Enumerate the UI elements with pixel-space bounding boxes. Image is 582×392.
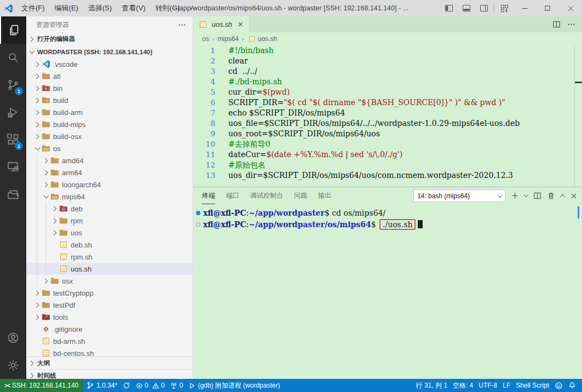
tree-item-build[interactable]: build	[26, 94, 193, 106]
toggle-secondary-sidebar-icon[interactable]	[475, 0, 493, 16]
tree-item-testCryptopp[interactable]: testCryptopp	[26, 287, 193, 299]
tree-item-deb.sh[interactable]: deb.sh	[26, 239, 193, 251]
status-debug-session[interactable]: (gdb) 附加进程 (wordpaster)	[186, 379, 283, 392]
tree-item-os[interactable]: os	[26, 142, 193, 154]
tree-item-.gitignore[interactable]: .gitignore	[26, 323, 193, 335]
remote-indicator[interactable]: >< SSH: 192.168.141.140	[0, 379, 84, 392]
chevron-right-icon	[33, 62, 42, 66]
toggle-primary-sidebar-icon[interactable]	[440, 0, 458, 16]
folder-icon	[50, 276, 60, 285]
tree-item-.vscode[interactable]: .vscode	[26, 58, 193, 70]
branch-icon	[87, 382, 94, 389]
minimize-button[interactable]	[513, 0, 536, 16]
status-cursor-position[interactable]: 行 31, 列 1	[413, 379, 450, 392]
tree-item-atl[interactable]: atl	[26, 70, 193, 82]
status-language-mode[interactable]: Shell Script	[513, 379, 552, 392]
tree-item-tools[interactable]: tools	[26, 311, 193, 323]
tree-item-uos.sh[interactable]: uos.sh	[26, 263, 193, 275]
activity-source-control[interactable]: 1	[0, 71, 26, 99]
status-indentation[interactable]: 空格: 4	[450, 379, 476, 392]
activity-settings[interactable]	[0, 351, 26, 379]
code-line-8: 8uos_file=$SCRIPT_DIR/os/mips64/../../wo…	[193, 118, 582, 129]
activity-extensions[interactable]: 1	[0, 126, 26, 153]
editor-scrollbar[interactable]	[574, 45, 582, 187]
command-decoration-outline[interactable]	[193, 222, 203, 227]
status-problems[interactable]: 00	[133, 379, 167, 392]
panel-tab-调试控制台[interactable]: 调试控制台	[250, 188, 283, 204]
section-workspace-root[interactable]: WORDPASTER [SSH: 192.168.141.140]	[26, 45, 193, 58]
tab-close-icon[interactable]: ✕	[238, 20, 244, 28]
editor-more-actions-icon[interactable]	[567, 20, 575, 28]
customize-layout-icon[interactable]	[495, 0, 513, 16]
tree-item-bd-centos.sh[interactable]: bd-centos.sh	[26, 347, 193, 356]
tree-item-rpm.sh[interactable]: rpm.sh	[26, 251, 193, 263]
tree-item-loongarch64[interactable]: loongarch64	[26, 178, 193, 191]
tree-item-mips64[interactable]: mips64	[26, 191, 193, 203]
section-timeline[interactable]: 时间线	[26, 369, 193, 379]
toggle-panel-icon[interactable]	[458, 0, 475, 16]
menu-item-2[interactable]: 选择(S)	[83, 0, 117, 16]
badge: 1	[15, 142, 23, 150]
close-button[interactable]	[559, 0, 582, 16]
command-decoration-filled[interactable]	[193, 211, 203, 215]
activity-accounts[interactable]	[0, 324, 26, 351]
more-actions-icon[interactable]	[178, 21, 186, 29]
maximize-panel-icon[interactable]	[561, 193, 564, 199]
tree-item-arm64[interactable]: arm64	[26, 166, 193, 178]
section-open-editors[interactable]: 打开的编辑器	[26, 33, 193, 45]
bottom-panel: 终端端口调试控制台问题输出 14: bash (mips64)	[193, 187, 582, 379]
panel-tab-输出[interactable]: 输出	[318, 188, 331, 204]
tab-uos-sh[interactable]: uos.sh ✕	[193, 16, 250, 32]
status-encoding[interactable]: UTF-8	[476, 379, 500, 392]
new-terminal-icon[interactable]	[511, 192, 519, 200]
breadcrumb-file[interactable]: uos.sh	[247, 34, 277, 43]
panel-tab-终端[interactable]: 终端	[202, 188, 215, 204]
breadcrumb-os[interactable]: os	[202, 35, 209, 43]
tree-item-build-mips[interactable]: build-mips	[26, 118, 193, 130]
activity-run-debug[interactable]	[0, 99, 26, 126]
line-number: 7	[193, 108, 215, 118]
tree-item-testPdf[interactable]: testPdf	[26, 299, 193, 311]
tree-item-rpm[interactable]: rpm	[26, 215, 193, 227]
terminal-dropdown-icon[interactable]	[525, 195, 528, 197]
line-number: 9	[193, 129, 215, 139]
status-ports[interactable]: 0	[168, 379, 186, 392]
menu-item-1[interactable]: 编辑(E)	[50, 0, 83, 16]
split-editor-icon[interactable]	[552, 20, 561, 28]
activity-file-explorer-alt[interactable]	[0, 181, 26, 208]
terminal-select[interactable]: 14: bash (mips64)	[413, 189, 505, 202]
menu-item-3[interactable]: 查看(V)	[117, 0, 150, 16]
tree-item-build-arm[interactable]: build-arm	[26, 106, 193, 118]
chevron-right-icon	[42, 171, 50, 175]
tree-item-uos[interactable]: uos	[26, 227, 193, 239]
tree-item-bd-arm.sh[interactable]: bd-arm.sh	[26, 335, 193, 347]
section-outline[interactable]: 大纲	[26, 356, 193, 369]
status-feedback[interactable]	[552, 379, 566, 392]
activity-explorer[interactable]	[0, 16, 26, 44]
panel-tab-端口[interactable]: 端口	[226, 188, 239, 204]
code-line-3: 3cd ../../	[193, 66, 582, 77]
status-eol[interactable]: LF	[500, 379, 513, 392]
tree-item-deb[interactable]: deb	[26, 203, 193, 215]
status-git-branch[interactable]: 1.0.34*	[84, 379, 120, 392]
activity-search[interactable]	[0, 44, 26, 71]
tree-item-bin[interactable]: bin	[26, 82, 193, 94]
maximize-button[interactable]	[536, 0, 559, 16]
line-number: 4	[193, 77, 215, 87]
close-panel-icon[interactable]	[570, 192, 578, 200]
chevron-down-icon	[33, 147, 42, 149]
breadcrumb-mips64[interactable]: mips64	[217, 35, 239, 43]
activity-remote-explorer[interactable]	[0, 153, 26, 181]
status-notifications[interactable]	[566, 379, 579, 392]
terminal[interactable]: xfl@xfl-PC:~/app/wordpaster$ cd os/mips6…	[193, 204, 582, 379]
split-terminal-icon[interactable]	[533, 192, 541, 200]
menu-item-0[interactable]: 文件(F)	[16, 0, 50, 16]
panel-tab-问题[interactable]: 问题	[294, 188, 307, 204]
sidebar-title: 资源管理器	[36, 20, 69, 30]
tree-item-build-osx[interactable]: build-osx	[26, 130, 193, 142]
code-editor[interactable]: 1#!/bin/bash2clear3cd ../../4#./bd-mips.…	[193, 45, 582, 187]
tree-item-osx[interactable]: osx	[26, 275, 193, 287]
tree-item-amd64[interactable]: amd64	[26, 154, 193, 166]
status-sync[interactable]	[120, 379, 133, 392]
kill-terminal-icon[interactable]	[547, 192, 555, 200]
